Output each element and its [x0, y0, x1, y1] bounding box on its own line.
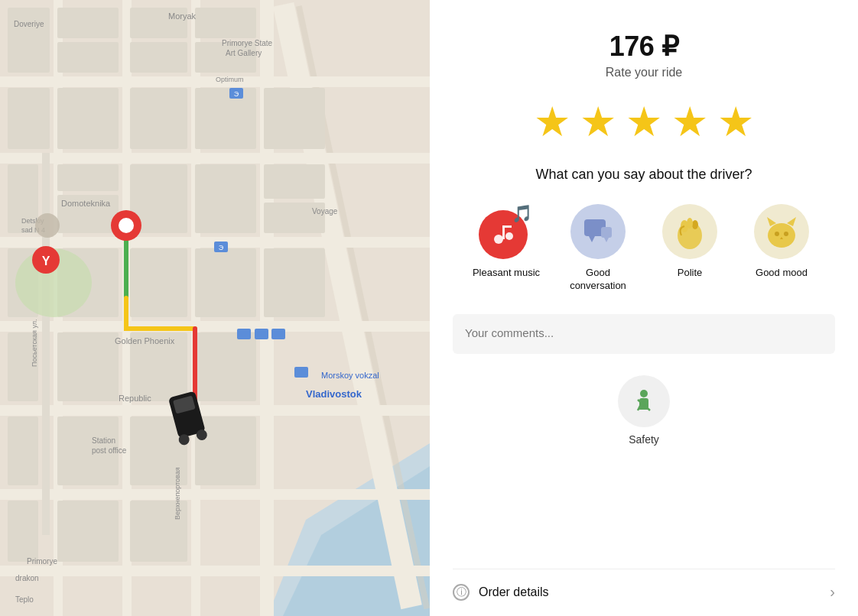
svg-marker-97 [604, 238, 609, 242]
svg-text:Primorye: Primorye [27, 557, 57, 566]
svg-text:Teplo: Teplo [15, 595, 34, 604]
svg-rect-27 [195, 88, 256, 149]
chevron-right-icon: › [830, 583, 835, 601]
order-details-info-icon: ⓘ [453, 584, 470, 601]
svg-rect-45 [8, 417, 38, 485]
svg-text:Optimum: Optimum [216, 76, 244, 83]
order-details-row[interactable]: ⓘ Order details › [453, 569, 835, 601]
svg-text:Golden Phoenix: Golden Phoenix [115, 336, 175, 345]
svg-rect-17 [8, 8, 50, 73]
feedback-label-music: Pleasant music [473, 267, 540, 280]
svg-text:Morskoy vokzal: Morskoy vokzal [321, 371, 379, 380]
feedback-label-mood: Good mood [756, 267, 808, 280]
svg-text:post office: post office [92, 446, 127, 455]
svg-text:Э: Э [234, 90, 239, 98]
svg-rect-24 [8, 88, 50, 149]
svg-point-90 [494, 235, 503, 244]
feedback-item-music[interactable]: 🎵 Pleasant music [468, 204, 544, 280]
svg-rect-83 [255, 329, 268, 339]
svg-text:Primorye State: Primorye State [222, 39, 273, 47]
safety-section[interactable]: Safety [618, 375, 670, 446]
svg-point-105 [775, 232, 779, 236]
svg-rect-40 [264, 248, 325, 317]
svg-rect-6 [0, 153, 430, 164]
svg-rect-93 [502, 225, 512, 228]
svg-rect-5 [0, 76, 430, 87]
feedback-label-conversation: Good conversation [560, 267, 636, 293]
svg-rect-11 [0, 566, 430, 576]
svg-text:Посьетская ул.: Посьетская ул. [31, 319, 38, 367]
driver-question: What can you say about the driver? [535, 167, 752, 183]
safety-icon [618, 375, 670, 427]
stars-container[interactable]: ★ ★ ★ ★ ★ [534, 101, 754, 142]
svg-text:Station: Station [92, 436, 115, 445]
svg-rect-85 [294, 367, 308, 378]
svg-rect-96 [601, 227, 612, 238]
svg-text:drakon: drakon [15, 574, 39, 582]
svg-point-75 [35, 213, 60, 238]
svg-text:Y: Y [42, 255, 50, 267]
svg-rect-9 [0, 405, 430, 416]
svg-rect-39 [195, 248, 256, 317]
star-3[interactable]: ★ [626, 101, 662, 142]
svg-text:Верхнепортовая: Верхнепортовая [174, 467, 181, 520]
map-panel: Y Doveriye Moryak Primorye State Art Gal… [0, 0, 430, 616]
star-5[interactable]: ★ [717, 101, 754, 142]
order-details-text: Order details [479, 585, 830, 599]
rate-label: Rate your ride [606, 66, 683, 79]
svg-text:Vladivostok: Vladivostok [306, 388, 362, 400]
feedback-item-polite[interactable]: Polite [652, 204, 728, 280]
svg-rect-10 [0, 489, 430, 500]
svg-point-102 [768, 223, 795, 248]
feedback-item-mood[interactable]: Good mood [743, 204, 820, 280]
feedback-row: 🎵 Pleasant music Good conversation [453, 204, 835, 293]
svg-point-100 [692, 220, 698, 229]
star-1[interactable]: ★ [534, 101, 570, 142]
svg-rect-8 [0, 321, 430, 332]
feedback-item-conversation[interactable]: Good conversation [560, 204, 636, 293]
rating-panel: 176 ₽ Rate your ride ★ ★ ★ ★ ★ What can … [430, 0, 858, 616]
svg-rect-22 [195, 8, 256, 38]
svg-text:Domoteknika: Domoteknika [61, 199, 111, 208]
svg-text:Э: Э [219, 244, 224, 251]
star-2[interactable]: ★ [580, 101, 616, 142]
svg-text:Doveriye: Doveriye [14, 20, 44, 28]
svg-rect-19 [57, 42, 119, 73]
svg-rect-28 [264, 88, 325, 149]
svg-rect-49 [8, 501, 38, 562]
svg-rect-42 [57, 332, 119, 401]
svg-rect-84 [271, 329, 285, 339]
svg-rect-33 [195, 164, 256, 233]
svg-point-108 [640, 390, 648, 397]
svg-rect-44 [195, 332, 256, 401]
svg-rect-34 [264, 164, 325, 199]
svg-text:Art Gallery: Art Gallery [226, 49, 262, 57]
feedback-label-polite: Polite [678, 267, 703, 280]
svg-text:Republic: Republic [119, 394, 151, 403]
svg-point-54 [119, 218, 134, 233]
star-4[interactable]: ★ [671, 101, 708, 142]
svg-rect-50 [57, 501, 119, 562]
safety-label: Safety [629, 433, 659, 446]
svg-text:Voyage: Voyage [312, 207, 338, 216]
svg-point-101 [687, 218, 693, 229]
svg-rect-25 [57, 88, 119, 149]
svg-rect-26 [130, 88, 187, 149]
price-display: 176 ₽ [609, 31, 679, 63]
svg-marker-95 [589, 236, 595, 242]
svg-rect-18 [57, 8, 119, 38]
svg-text:Moryak: Moryak [168, 11, 197, 21]
svg-rect-30 [57, 164, 119, 191]
svg-point-91 [505, 232, 513, 240]
svg-rect-21 [130, 42, 187, 73]
svg-point-106 [784, 232, 788, 236]
comments-input[interactable] [453, 314, 835, 354]
svg-rect-82 [237, 329, 251, 339]
svg-rect-16 [42, 153, 50, 535]
svg-rect-38 [130, 248, 187, 317]
